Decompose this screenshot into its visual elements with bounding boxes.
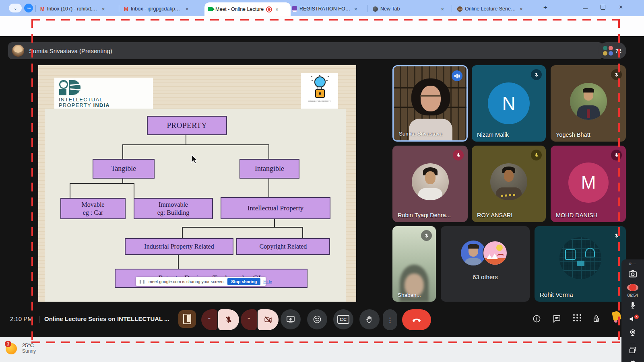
tile-nizam[interactable]: N Nizam Malik bbox=[472, 65, 546, 142]
share-border-right bbox=[618, 19, 620, 343]
pause-icon[interactable]: ❚❚ bbox=[139, 280, 146, 284]
raise-hand-button[interactable] bbox=[359, 309, 380, 329]
tile-name: Shaban... bbox=[398, 292, 421, 298]
mic-off-icon bbox=[531, 69, 542, 80]
share-border-top bbox=[31, 19, 620, 21]
host-controls-button[interactable] bbox=[592, 314, 601, 325]
gmail-icon: M bbox=[124, 6, 128, 12]
present-button[interactable] bbox=[281, 309, 301, 329]
info-icon bbox=[532, 314, 541, 323]
node-tangible: Tangible bbox=[93, 159, 155, 179]
camera-control[interactable]: ⌃ bbox=[241, 309, 279, 330]
presentation-slide: INTELLECTUAL PROPERTY INDIA INTELLECTUAL… bbox=[38, 65, 356, 302]
tab-search-chevron-icon[interactable]: ⌄ bbox=[9, 4, 22, 12]
share-border-bottom bbox=[31, 341, 620, 343]
end-call-button[interactable] bbox=[402, 309, 431, 330]
mic-off-icon bbox=[611, 230, 622, 241]
windows-panel-icon[interactable] bbox=[628, 346, 637, 356]
person-body bbox=[409, 119, 452, 142]
close-icon[interactable]: × bbox=[102, 6, 105, 12]
ip-india-logo: INTELLECTUAL PROPERTY INDIA bbox=[54, 78, 153, 109]
tile-roy[interactable]: ROY ANSARI bbox=[472, 146, 546, 222]
close-icon[interactable]: × bbox=[520, 6, 523, 12]
captions-button[interactable]: CC bbox=[333, 309, 353, 329]
hand-icon bbox=[365, 315, 374, 324]
mouse-cursor bbox=[191, 154, 199, 165]
webcam-icon[interactable] bbox=[628, 328, 637, 339]
close-icon[interactable]: × bbox=[186, 6, 189, 12]
record-button[interactable] bbox=[627, 284, 638, 291]
avatar-photo bbox=[559, 237, 601, 279]
tab-inbox-1[interactable]: M Inbox (107) - rohitv198@ × bbox=[37, 3, 120, 14]
browser-tab-strip: ⌄ zm M Inbox (107) - rohitv198@ × M Inbo… bbox=[0, 0, 644, 16]
info-button[interactable] bbox=[532, 314, 541, 325]
tile-sumita[interactable]: Sumita Srivastava bbox=[392, 65, 468, 142]
mic-off-icon bbox=[531, 150, 542, 160]
screen: ⌄ zm M Inbox (107) - rohitv198@ × M Inbo… bbox=[0, 0, 644, 362]
breakout-door-button[interactable] bbox=[178, 310, 196, 328]
gmail-icon: M bbox=[40, 6, 45, 12]
participant-avatars bbox=[603, 46, 613, 56]
chat-icon bbox=[552, 314, 561, 323]
tile-name: Sumita Srivastava bbox=[399, 131, 443, 137]
camera-off-button[interactable] bbox=[258, 309, 279, 330]
tile-name: Rohit Verma bbox=[540, 291, 573, 298]
weather-widget[interactable]: 3 25°C Sunny bbox=[6, 341, 36, 354]
tile-mohd[interactable]: M MOHD DANISH bbox=[551, 146, 626, 222]
close-icon[interactable]: × bbox=[441, 6, 444, 12]
tile-yogesh[interactable]: Yogesh Bhatt bbox=[551, 65, 626, 142]
tile-name: ROY ANSARI bbox=[477, 212, 512, 218]
phone-hangup-icon bbox=[411, 315, 422, 325]
avatar-photo bbox=[490, 163, 527, 200]
tab-inbox-2[interactable]: M Inbox - iprgpgcdakpatha × bbox=[121, 3, 204, 14]
hide-link[interactable]: Hide bbox=[263, 279, 272, 284]
tab-lecture-series[interactable]: Online Lecture Series on × bbox=[454, 3, 537, 14]
chat-button[interactable] bbox=[552, 314, 561, 325]
tile-others[interactable]: 63 others bbox=[441, 226, 530, 302]
avatar-photo bbox=[570, 83, 607, 120]
reactions-button[interactable] bbox=[307, 309, 327, 329]
close-icon[interactable]: × bbox=[275, 6, 279, 12]
tab-registration-form[interactable]: REGISTRATION FORM: IP × bbox=[289, 3, 372, 14]
tile-shaban[interactable]: Shaban... bbox=[392, 226, 436, 302]
node-immovable: Immovableeg: Building bbox=[134, 198, 213, 219]
mic-off-icon bbox=[453, 150, 464, 160]
presenter-banner: Sumita Srivastava (Presenting) bbox=[8, 42, 603, 59]
form-icon bbox=[292, 6, 297, 12]
owl-icon bbox=[457, 6, 462, 12]
tab-meet-active[interactable]: Meet - Online Lecture × bbox=[204, 2, 291, 16]
maximize-button[interactable] bbox=[601, 5, 605, 10]
stop-sharing-button[interactable]: Stop sharing bbox=[227, 278, 260, 285]
tile-robin[interactable]: Robin Tyagi Dehra... bbox=[392, 146, 468, 222]
new-tab-button[interactable]: + bbox=[543, 4, 547, 12]
mic-off-button[interactable] bbox=[218, 309, 239, 330]
mic-options-chevron-icon[interactable]: ⌃ bbox=[201, 309, 217, 330]
divider bbox=[39, 316, 39, 323]
zoom-app-icon[interactable]: zm bbox=[24, 4, 33, 12]
node-industrial: Industrial Property Related bbox=[125, 238, 233, 255]
close-icon[interactable]: × bbox=[354, 6, 357, 12]
close-window-button[interactable]: × bbox=[619, 4, 623, 11]
more-options-button[interactable]: ⋮ bbox=[383, 309, 397, 330]
screen-recorder-toolbar: ⚙⋯ 06:54 ✕ ┄┄ bbox=[621, 259, 644, 362]
divider-dots: ┄┄ bbox=[630, 341, 636, 345]
recorder-mic-icon[interactable] bbox=[628, 301, 637, 311]
weather-desc: Sunny bbox=[22, 348, 36, 354]
logo-text-1: INTELLECTUAL bbox=[59, 97, 103, 103]
mic-control[interactable]: ⌃ bbox=[201, 309, 239, 330]
lock-icon bbox=[592, 314, 601, 323]
activities-button[interactable] bbox=[573, 314, 582, 321]
tab-new-tab[interactable]: New Tab × bbox=[369, 3, 452, 14]
recording-indicator-icon bbox=[266, 6, 272, 12]
avatar-initial: M bbox=[568, 162, 609, 203]
screenshot-camera-icon[interactable] bbox=[628, 269, 638, 280]
camera-options-chevron-icon[interactable]: ⌃ bbox=[241, 309, 257, 330]
present-icon bbox=[286, 315, 295, 324]
settings-gear-icon[interactable] bbox=[628, 358, 638, 362]
participant-count-pill[interactable]: 72 bbox=[598, 42, 626, 59]
tile-rohit[interactable]: Rohit Verma bbox=[535, 226, 626, 302]
minimize-button[interactable] bbox=[583, 8, 588, 9]
door-icon bbox=[183, 314, 191, 324]
recorder-handle-icon[interactable]: ⚙⋯ bbox=[628, 262, 637, 266]
speaker-muted-icon[interactable]: ✕ bbox=[628, 315, 637, 325]
